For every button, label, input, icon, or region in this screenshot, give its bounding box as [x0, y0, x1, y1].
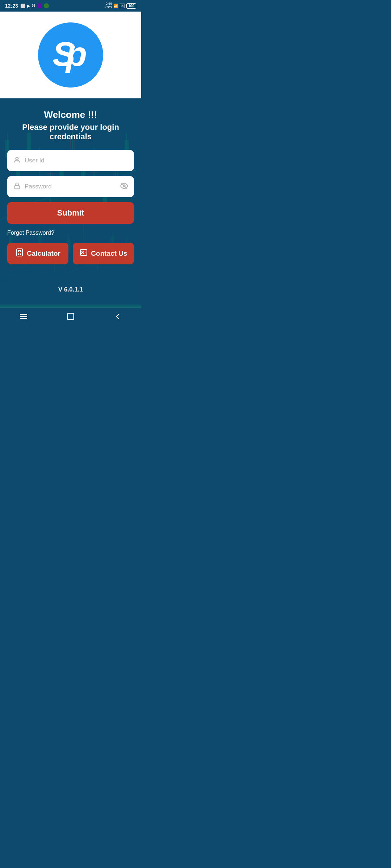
action-buttons-row: Calculator Contact Us: [7, 243, 134, 264]
calculator-button[interactable]: Calculator: [7, 243, 68, 264]
battery-indicator: 100: [126, 3, 136, 9]
forgot-password-link[interactable]: Forgot Password?: [7, 230, 134, 236]
welcome-section: Welcome !!! Please provide your login cr…: [7, 109, 134, 141]
password-input[interactable]: [25, 183, 120, 190]
status-bar: 12:23 ⬜ ▶ G 0.66KB/S 📶 ✕ 100: [0, 0, 141, 12]
home-button[interactable]: [59, 309, 83, 326]
x-icon: ✕: [120, 4, 125, 8]
svg-rect-45: [15, 186, 20, 189]
instagram-icon: ⬜: [20, 4, 25, 8]
eye-toggle-icon[interactable]: [120, 182, 128, 192]
main-content: Welcome !!! Please provide your login cr…: [0, 98, 141, 308]
status-time: 12:23: [5, 3, 18, 9]
app-icon-2: [44, 3, 49, 8]
svg-rect-56: [80, 250, 87, 255]
play-icon: ▶: [27, 4, 30, 8]
version-label: V 6.0.1.1: [58, 286, 83, 293]
version-section: V 6.0.1.1: [7, 272, 134, 301]
logo-section: S p: [0, 12, 141, 98]
svg-point-44: [16, 157, 18, 159]
user-icon: [13, 156, 21, 166]
calculator-icon: [15, 248, 24, 259]
svg-rect-61: [67, 313, 73, 319]
logo-circle: S p: [38, 22, 103, 88]
menu-button[interactable]: [12, 309, 35, 326]
contact-us-button[interactable]: Contact Us: [73, 243, 134, 264]
contact-us-label: Contact Us: [91, 250, 127, 258]
speed-label: 0.66KB/S: [105, 2, 112, 9]
contact-icon: [79, 248, 88, 259]
wifi-icon: 📶: [113, 4, 118, 8]
form-section: Submit Forgot Password?: [7, 150, 134, 264]
submit-button[interactable]: Submit: [7, 202, 134, 224]
google-icon: G: [32, 3, 35, 8]
app-icon-1: [37, 3, 42, 8]
svg-text:p: p: [65, 35, 87, 73]
welcome-subtitle: Please provide your login credentials: [7, 123, 134, 141]
userid-input[interactable]: [25, 157, 128, 164]
password-input-wrapper: [7, 176, 134, 197]
welcome-title: Welcome !!!: [7, 109, 134, 120]
lock-icon: [13, 182, 21, 192]
logo-svg: S p: [47, 31, 94, 78]
userid-input-wrapper: [7, 150, 134, 171]
svg-point-57: [82, 251, 83, 252]
status-icons-right: 0.66KB/S 📶 ✕ 100: [105, 2, 136, 9]
status-icons-left: ⬜ ▶ G: [20, 3, 49, 8]
nav-bar: [0, 308, 141, 327]
calculator-label: Calculator: [27, 250, 60, 258]
back-button[interactable]: [106, 309, 130, 326]
